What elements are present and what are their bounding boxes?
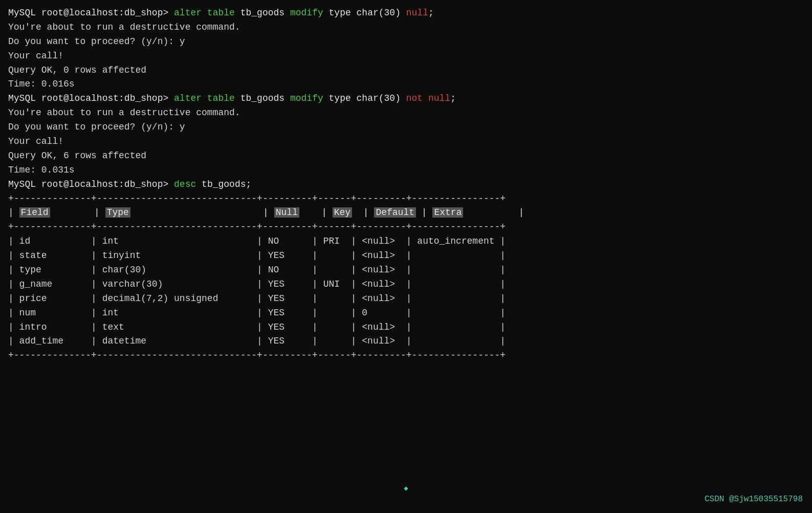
query-ok-2: Query OK, 6 rows affected [8, 149, 804, 163]
text-1: tb_goods [235, 8, 290, 18]
time-1: Time: 0.016s [8, 77, 804, 92]
proceed-prompt-2: Do you want to proceed? (y/n): y [8, 120, 804, 135]
table-row: | type | char(30) | NO | | <null> | | [8, 263, 804, 277]
table-row: | id | int | NO | PRI | <null> | auto_in… [8, 234, 804, 249]
command-line-3: MySQL root@localhost:db_shop> desc tb_go… [8, 178, 804, 192]
table-separator-top: +--------------+------------------------… [8, 192, 804, 206]
proceed-prompt-1: Do you want to proceed? (y/n): y [8, 35, 804, 49]
keyword-alter-2: alter table [174, 93, 235, 103]
keyword-not-null-2: not null [406, 93, 450, 103]
col-null-header: Null [274, 207, 299, 218]
keyword-null-1: null [406, 8, 428, 18]
query-ok-1: Query OK, 0 rows affected [8, 63, 804, 78]
command-line-2: MySQL root@localhost:db_shop> alter tabl… [8, 92, 804, 106]
your-call-1: Your call! [8, 49, 804, 63]
keyword-desc: desc [174, 179, 196, 189]
cursor-icon: ◆ [404, 483, 408, 495]
text-3: tb_goods [235, 93, 290, 103]
text-4: type char(30) [323, 93, 406, 103]
command-line-1: MySQL root@localhost:db_shop> alter tabl… [8, 6, 804, 20]
col-key-header: Key [333, 207, 352, 218]
destructive-warning-1: You're about to run a destructive comman… [8, 20, 804, 35]
table-row: | intro | text | YES | | <null> | | [8, 320, 804, 335]
semi-1: ; [428, 8, 434, 18]
table-row: | add_time | datetime | YES | | <null> |… [8, 334, 804, 349]
prompt-3: MySQL root@localhost:db_shop> [8, 179, 174, 189]
table-row: | num | int | YES | | 0 | | [8, 306, 804, 320]
time-2: Time: 0.031s [8, 163, 804, 178]
table-separator-header: +--------------+------------------------… [8, 220, 804, 234]
prompt-2: MySQL root@localhost:db_shop> [8, 93, 174, 103]
prompt-1: MySQL root@localhost:db_shop> [8, 8, 174, 18]
terminal: MySQL root@localhost:db_shop> alter tabl… [8, 6, 804, 363]
keyword-modify-2: modify [290, 93, 323, 103]
destructive-warning-2: You're about to run a destructive comman… [8, 106, 804, 120]
col-type-header: Type [105, 207, 130, 218]
table-header-row: | Field | Type | Null | Key | Default | … [8, 206, 804, 220]
text-5: tb_goods; [196, 179, 251, 189]
table-separator-bottom: +--------------+------------------------… [8, 349, 804, 363]
table-row: | state | tinyint | YES | | <null> | | [8, 249, 804, 263]
keyword-alter-1: alter table [174, 8, 235, 18]
col-default-header: Default [374, 207, 416, 218]
keyword-modify-1: modify [290, 8, 323, 18]
col-field-header: Field [19, 207, 50, 218]
semi-2: ; [450, 93, 456, 103]
col-extra-header: Extra [432, 207, 463, 218]
table-row: | price | decimal(7,2) unsigned | YES | … [8, 292, 804, 306]
your-call-2: Your call! [8, 135, 804, 149]
table-row: | g_name | varchar(30) | YES | UNI | <nu… [8, 277, 804, 292]
brand-label: CSDN @Sjw15035515798 [705, 493, 803, 506]
text-2: type char(30) [323, 8, 406, 18]
